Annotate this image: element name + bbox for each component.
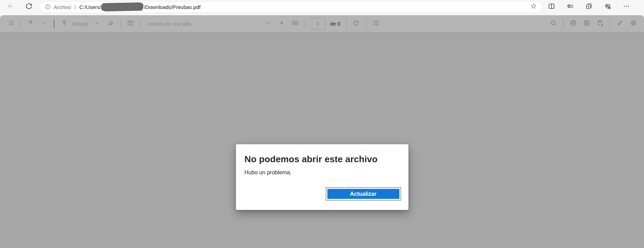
redacted-username: [101, 2, 143, 12]
draw-button[interactable]: [59, 18, 69, 30]
print-icon: [570, 19, 577, 28]
settings-gear-icon: [630, 19, 637, 28]
error-dialog-message: Hubo un problema.: [245, 169, 401, 176]
save-as-button[interactable]: [595, 18, 605, 30]
rotate-icon: [353, 19, 360, 28]
divider: [563, 20, 563, 28]
divider: [140, 20, 141, 28]
favorites-button[interactable]: [565, 1, 576, 13]
url-suffix: /Downloads/Preubas.pdf: [144, 4, 200, 10]
highlighter-icon: [27, 19, 34, 28]
fullscreen-button[interactable]: [615, 18, 625, 30]
zoom-in-icon: [278, 19, 285, 28]
error-dialog: No podemos abrir este archivo Hubo un pr…: [236, 144, 408, 210]
divider: [305, 20, 305, 28]
address-bar[interactable]: Archivo | C:/Users/ /Downloads/Preubas.p…: [39, 1, 542, 13]
zoom-out-button[interactable]: [263, 18, 273, 30]
dialog-refresh-button[interactable]: Actualizar: [327, 189, 399, 199]
divider: [20, 20, 21, 28]
divider: [121, 20, 121, 28]
search-button[interactable]: [548, 18, 558, 30]
address-url: C:/Users/ /Downloads/Preubas.pdf: [79, 3, 201, 11]
fullscreen-icon: [616, 19, 624, 28]
page-number-input[interactable]: [310, 18, 326, 30]
refresh-button[interactable]: [23, 1, 35, 13]
address-scheme-label: Archivo: [54, 4, 71, 10]
add-text-button[interactable]: [125, 18, 136, 30]
address-separator: |: [74, 4, 76, 10]
eraser-icon: [107, 19, 114, 28]
page-view-icon: [372, 19, 380, 28]
zoom-in-button[interactable]: [276, 18, 287, 30]
divider: [366, 20, 366, 28]
refresh-icon: [25, 2, 33, 11]
collections-icon: [585, 2, 593, 11]
print-button[interactable]: [568, 18, 578, 30]
add-favorite-button[interactable]: [528, 1, 539, 13]
more-icon: [623, 2, 630, 11]
chevron-down-icon: [42, 21, 46, 27]
pdf-toolbar: Dibujar Lectura en voz alta: [0, 15, 644, 33]
highlighter-button[interactable]: [25, 18, 36, 30]
toolbar-left-group: Dibujar Lectura en voz alta: [6, 18, 191, 30]
browser-essentials-icon: [604, 2, 611, 11]
browser-chrome: Archivo | C:/Users/ /Downloads/Preubas.p…: [0, 0, 644, 15]
split-screen-button[interactable]: [546, 1, 557, 13]
split-screen-icon: [548, 2, 555, 11]
url-prefix: C:/Users/: [79, 4, 101, 10]
draw-options-button[interactable]: [92, 18, 103, 30]
favorite-star-icon: [530, 2, 537, 11]
favorites-icon: [566, 2, 574, 11]
draw-label[interactable]: Dibujar: [72, 21, 89, 27]
settings-button[interactable]: [628, 18, 638, 30]
table-of-contents-button[interactable]: [6, 18, 16, 30]
save-button[interactable]: [581, 18, 592, 30]
pen-icon: [61, 19, 68, 28]
refresh-button-focus-frame: Actualizar: [326, 187, 401, 201]
chevron-down-icon: [95, 21, 100, 27]
more-menu-button[interactable]: [621, 1, 632, 13]
save-icon: [583, 19, 590, 28]
search-icon: [550, 19, 557, 28]
save-as-icon: [597, 19, 604, 28]
back-button[interactable]: [5, 1, 17, 13]
highlighter-options-button[interactable]: [39, 18, 49, 30]
read-aloud-button[interactable]: Lectura en voz alta: [147, 21, 191, 27]
page-view-button[interactable]: [371, 18, 381, 30]
fit-to-width-icon: [291, 19, 299, 28]
zoom-out-icon: [264, 19, 272, 28]
page-count-label: de 0: [330, 21, 340, 27]
add-text-icon: [127, 19, 134, 28]
eraser-button[interactable]: [106, 18, 116, 30]
rotate-button[interactable]: [351, 18, 361, 30]
divider: [346, 20, 346, 28]
pdf-viewer: Dibujar Lectura en voz alta: [0, 15, 644, 248]
divider: [54, 20, 54, 28]
divider: [610, 20, 610, 28]
error-dialog-title: No podemos abrir este archivo: [245, 154, 401, 165]
browser-essentials-button[interactable]: [602, 1, 613, 13]
pdf-content-area: No podemos abrir este archivo Hubo un pr…: [0, 33, 644, 248]
toolbar-right-group: [548, 18, 638, 30]
fit-to-width-button[interactable]: [290, 18, 300, 30]
toolbar-center-group: de 0: [263, 18, 381, 30]
chrome-actions: [546, 1, 632, 13]
back-icon: [7, 2, 15, 11]
table-of-contents-icon: [7, 19, 15, 28]
info-icon[interactable]: [45, 4, 51, 10]
collections-button[interactable]: [583, 1, 594, 13]
